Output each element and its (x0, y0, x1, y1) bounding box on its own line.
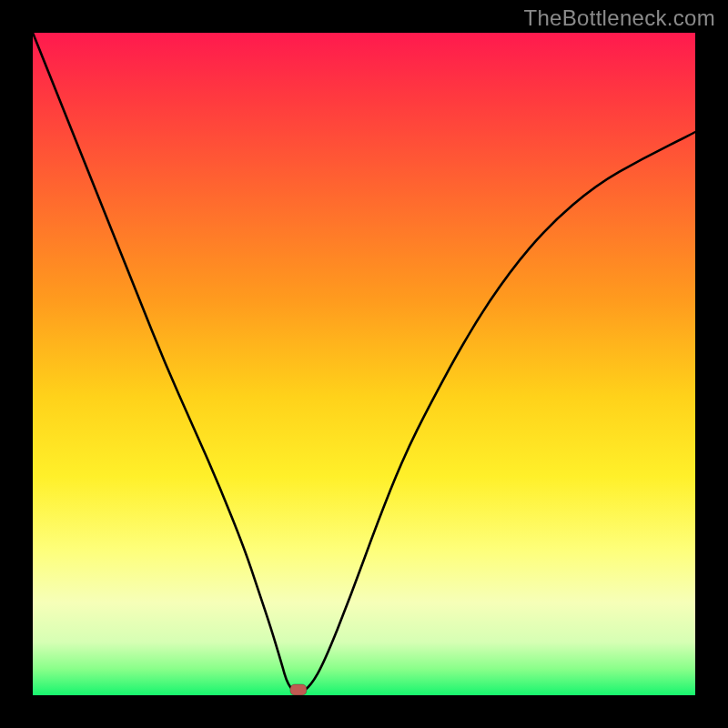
plot-area (33, 33, 695, 695)
optimal-marker (290, 684, 307, 695)
watermark-text: TheBottleneck.com (523, 5, 715, 31)
plot-svg (33, 33, 695, 695)
bottleneck-curve (33, 33, 695, 693)
chart-frame: TheBottleneck.com (0, 0, 728, 728)
